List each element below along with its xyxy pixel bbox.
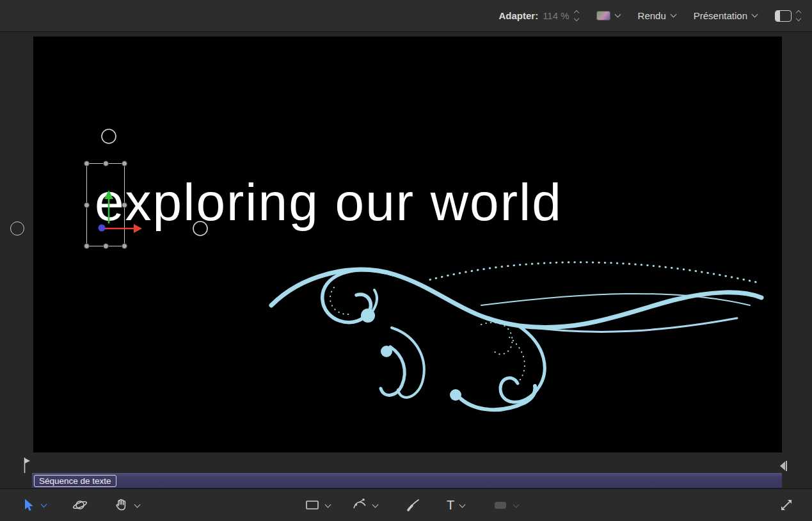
color-thumbnail-icon [596,11,610,20]
timeline-track-label[interactable]: Séquence de texte [34,475,116,487]
timeline-end-marker[interactable] [778,458,788,474]
chevron-down-icon [614,12,621,18]
chevron-down-icon[interactable] [372,501,379,508]
transform-overlay [33,36,782,453]
timeline-track-bar[interactable]: Séquence de texte [32,473,782,488]
view-menu-label: Présentation [694,10,747,21]
mini-timeline: Séquence de texte [0,453,812,488]
zoom-stepper-icon[interactable] [575,11,578,20]
window-layout-control[interactable] [775,10,800,22]
guide-circle[interactable] [102,129,116,143]
letter-t-icon: T [447,499,454,511]
chevron-down-icon[interactable] [459,501,466,508]
canvas[interactable]: exploring our world [33,36,782,453]
expand-timeline-button[interactable] [779,498,793,512]
pan-tool-button[interactable] [114,497,139,513]
transform-3d-tool-button[interactable] [72,497,88,513]
motion-window: Adapter: 114 % Rendu Présentation [0,0,812,521]
chevron-down-icon [752,12,758,18]
paint-stroke-tool-button[interactable] [406,497,421,513]
move-up-arrow[interactable] [104,190,113,223]
arrow-cursor-icon [22,498,36,513]
rounded-rect-icon [493,497,508,513]
view-menu[interactable]: Présentation [694,10,757,21]
zoom-control[interactable]: Adapter: 114 % [498,10,578,21]
brush-icon [406,497,421,513]
expand-diagonal-icon [779,498,793,512]
window-layout-icon [775,10,792,22]
top-toolbar: Adapter: 114 % Rendu Présentation [0,0,812,32]
chevron-down-icon [670,12,676,18]
timeline-start-marker[interactable] [22,456,32,474]
render-menu[interactable]: Rendu [638,10,676,21]
hand-icon [114,497,129,513]
tools-toolbar: T [0,488,812,521]
color-preview-menu[interactable] [596,11,620,20]
chevron-down-icon[interactable] [41,501,47,508]
guide-circle[interactable] [10,221,24,236]
chevron-down-icon[interactable] [325,501,331,508]
move-right-arrow[interactable] [105,224,142,233]
zoom-label: Adapter: [498,10,538,21]
render-menu-label: Rendu [638,10,666,21]
pen-curve-icon [352,497,367,513]
select-tool-button[interactable] [22,498,46,513]
orbit-sphere-icon [72,497,88,513]
guide-circle[interactable] [193,221,207,236]
zoom-value: 114 % [543,10,569,21]
rectangle-icon [305,497,320,513]
anchor-point-dot[interactable] [99,225,106,232]
image-mask-tool-button[interactable] [493,497,518,513]
rectangle-tool-button[interactable] [305,497,330,513]
chevron-down-icon[interactable] [513,501,520,508]
text-tool-button[interactable]: T [447,499,465,511]
layout-stepper-icon[interactable] [797,11,800,20]
bezier-tool-button[interactable] [352,497,378,513]
chevron-down-icon[interactable] [134,501,141,508]
